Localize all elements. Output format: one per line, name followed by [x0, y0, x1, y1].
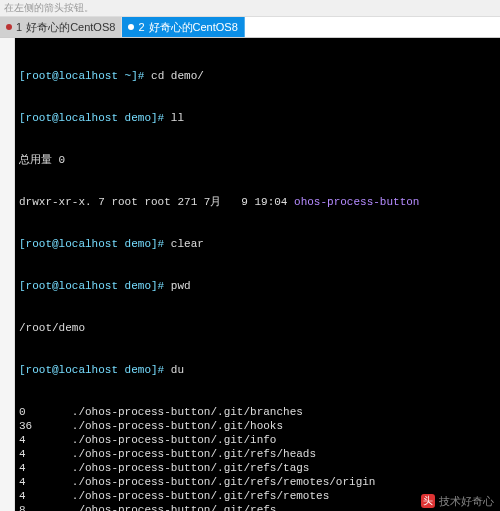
du-row: 4 ./ohos-process-button/.git/refs/remote… — [19, 475, 496, 489]
shell-prompt: [root@localhost ~]# — [19, 70, 151, 82]
side-gutter — [0, 38, 15, 511]
hint-strip: 在左侧的箭头按钮。 — [0, 0, 500, 17]
shell-prompt: [root@localhost demo]# — [19, 364, 171, 376]
ll-perms: drwxr-xr-x. 7 root root 271 7月 9 19:04 — [19, 196, 294, 208]
shell-prompt: [root@localhost demo]# — [19, 112, 171, 124]
tab-number: 1 — [16, 21, 22, 33]
tab-label: 好奇心的CentOS8 — [149, 20, 238, 35]
du-row: 4 ./ohos-process-button/.git/refs/heads — [19, 447, 496, 461]
watermark-text: 技术好奇心 — [439, 494, 494, 508]
du-row: 0 ./ohos-process-button/.git/branches — [19, 405, 496, 419]
du-row: 4 ./ohos-process-button/.git/refs/tags — [19, 461, 496, 475]
tab-bar: 1 好奇心的CentOS8 2 好奇心的CentOS8 — [0, 17, 500, 38]
tab-label: 好奇心的CentOS8 — [26, 20, 115, 35]
cmd-cd: cd demo/ — [151, 70, 204, 82]
du-row: 4 ./ohos-process-button/.git/info — [19, 433, 496, 447]
ll-dirname: ohos-process-button — [294, 196, 419, 208]
cmd-pwd: pwd — [171, 280, 191, 292]
ll-total: 总用量 0 — [19, 153, 496, 167]
cmd-clear: clear — [171, 238, 204, 250]
terminal-container: [root@localhost ~]# cd demo/ [root@local… — [0, 38, 500, 511]
tab-session-2[interactable]: 2 好奇心的CentOS8 — [122, 17, 244, 37]
cmd-du: du — [171, 364, 184, 376]
status-dot-icon — [128, 24, 134, 30]
shell-prompt: [root@localhost demo]# — [19, 280, 171, 292]
watermark-icon: 头 — [421, 494, 435, 508]
status-dot-icon — [6, 24, 12, 30]
tab-session-1[interactable]: 1 好奇心的CentOS8 — [0, 17, 122, 37]
watermark: 头 技术好奇心 — [421, 494, 494, 508]
pwd-output: /root/demo — [19, 321, 496, 335]
tab-number: 2 — [138, 21, 144, 33]
terminal-output[interactable]: [root@localhost ~]# cd demo/ [root@local… — [15, 38, 500, 511]
du-row: 36 ./ohos-process-button/.git/hooks — [19, 419, 496, 433]
shell-prompt: [root@localhost demo]# — [19, 238, 171, 250]
cmd-ll: ll — [171, 112, 184, 124]
